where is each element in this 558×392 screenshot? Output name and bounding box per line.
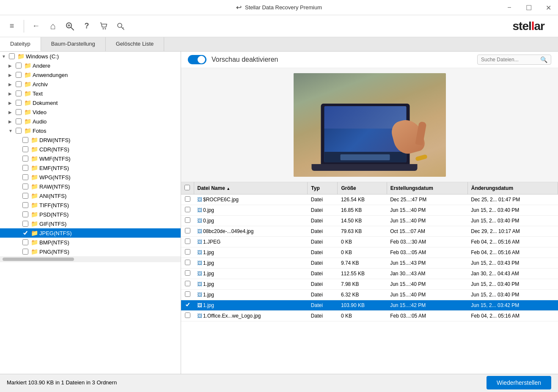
andere-checkbox[interactable] xyxy=(16,63,22,69)
tree-item-video[interactable]: ▶ 📁 Video xyxy=(0,107,181,117)
close-button[interactable]: ✕ xyxy=(539,0,558,15)
tree-item-gif[interactable]: ▶ 📁 GIF(NTFS) xyxy=(0,219,181,228)
scan-button[interactable] xyxy=(63,19,77,33)
cart-button[interactable] xyxy=(97,19,110,33)
wpg-checkbox[interactable] xyxy=(22,174,28,180)
tree-item-wpg[interactable]: ▶ 📁 WPG(NTFS) xyxy=(0,173,181,182)
archiv-checkbox[interactable] xyxy=(16,81,22,87)
ani-checkbox[interactable] xyxy=(22,193,28,199)
row-checkbox-cell[interactable] xyxy=(181,237,194,247)
raw-checkbox[interactable] xyxy=(22,184,28,189)
wmf-checkbox[interactable] xyxy=(22,156,28,162)
tree-item-archiv[interactable]: ▶ 📁 Archiv xyxy=(0,79,181,89)
row-checkbox[interactable] xyxy=(185,281,190,286)
restore-button[interactable]: Wiederherstellen xyxy=(487,376,551,389)
tree-item-jpeg[interactable]: ▶ 📁 JPEG(NTFS) xyxy=(0,228,181,238)
bmp-checkbox[interactable] xyxy=(22,239,28,245)
text-checkbox[interactable] xyxy=(16,90,22,96)
tiff-checkbox[interactable] xyxy=(22,202,28,208)
anwendungen-checkbox[interactable] xyxy=(16,72,22,78)
menu-icon[interactable]: ≡ xyxy=(5,19,19,33)
tree-root[interactable]: ▼ 📁 Windows (C:) xyxy=(0,52,181,61)
home-button[interactable]: ⌂ xyxy=(46,19,60,33)
tree-item-tiff[interactable]: ▶ 📁 TIFF(NTFS) xyxy=(0,200,181,210)
file-table-wrapper[interactable]: Datei Name ▲ Typ Größe Erstellungsdatum … xyxy=(181,182,558,374)
tree-item-wmf[interactable]: ▶ 📁 WMF(NTFS) xyxy=(0,154,181,163)
table-row[interactable]: 🖼1.Office.Ex...we_Logo.jpg Datei 0 KB Fe… xyxy=(181,311,558,321)
row-checkbox-cell[interactable] xyxy=(181,247,194,258)
search-input[interactable] xyxy=(481,57,540,63)
table-row[interactable]: 🖼1.jpg Datei 112.55 KB Jan 30...:43 AM J… xyxy=(181,269,558,279)
jpeg-checkbox[interactable] xyxy=(22,230,28,236)
row-checkbox[interactable] xyxy=(185,207,190,212)
preview-toggle[interactable] xyxy=(188,55,206,64)
key-button[interactable] xyxy=(114,19,127,33)
minimize-button[interactable]: − xyxy=(500,0,519,15)
maximize-button[interactable]: ☐ xyxy=(519,0,539,15)
table-row[interactable]: 🖼0.jpg Datei 16.85 KB Jun 15...:40 PM Ju… xyxy=(181,205,558,216)
emf-checkbox[interactable] xyxy=(22,165,28,171)
tree-item-dokument[interactable]: ▶ 📁 Dokument xyxy=(0,98,181,107)
table-row[interactable]: 🖼1.jpg Datei 9.74 KB Jun 15...:43 PM Jun… xyxy=(181,258,558,269)
row-checkbox[interactable] xyxy=(185,249,190,255)
back-button[interactable]: ← xyxy=(29,19,43,33)
png-checkbox[interactable] xyxy=(22,249,28,255)
th-modified[interactable]: Änderungsdatum xyxy=(467,182,558,195)
th-name[interactable]: Datei Name ▲ xyxy=(194,182,308,195)
table-row[interactable]: 🖼1.jpg Datei 7.98 KB Jun 15...:40 PM Jun… xyxy=(181,279,558,290)
row-checkbox[interactable] xyxy=(185,196,190,202)
tree-item-audio[interactable]: ▶ 📁 Audio xyxy=(0,117,181,126)
th-type[interactable]: Typ xyxy=(308,182,338,195)
row-checkbox-cell[interactable] xyxy=(181,195,194,205)
psd-checkbox[interactable] xyxy=(22,211,28,217)
root-checkbox[interactable] xyxy=(9,53,15,59)
audio-checkbox[interactable] xyxy=(16,118,22,124)
row-checkbox-cell[interactable] xyxy=(181,226,194,237)
sidebar-scrollbar[interactable] xyxy=(0,256,181,262)
fotos-checkbox[interactable] xyxy=(16,128,22,134)
table-row[interactable]: 🖼1.JPEG Datei 0 KB Feb 03...:30 AM Feb 0… xyxy=(181,237,558,247)
row-checkbox[interactable] xyxy=(185,238,190,244)
row-checkbox-cell[interactable] xyxy=(181,205,194,216)
drw-checkbox[interactable] xyxy=(22,137,28,143)
tree-item-andere[interactable]: ▶ 📁 Andere xyxy=(0,61,181,70)
cdr-checkbox[interactable] xyxy=(22,146,28,152)
table-row[interactable]: 🖼1.jpg Datei 103.90 KB Jun 15...:42 PM J… xyxy=(181,300,558,311)
th-created[interactable]: Erstellungsdatum xyxy=(387,182,467,195)
row-checkbox[interactable] xyxy=(185,313,190,318)
tab-geloescht[interactable]: Gelöschte Liste xyxy=(106,37,165,51)
table-row[interactable]: 🖼1.jpg Datei 0 KB Feb 03...:05 AM Feb 04… xyxy=(181,247,558,258)
table-row[interactable]: 🖼0.jpg Datei 14.50 KB Jun 15...:40 PM Ju… xyxy=(181,216,558,226)
tab-baum[interactable]: Baum-Darstellung xyxy=(41,37,106,51)
tree-item-png[interactable]: ▶ 📁 PNG(NTFS) xyxy=(0,247,181,256)
tree-item-anwendungen[interactable]: ▶ 📁 Anwendungen xyxy=(0,70,181,79)
row-checkbox[interactable] xyxy=(185,302,190,307)
tree-item-emf[interactable]: ▶ 📁 EMF(NTFS) xyxy=(0,163,181,173)
row-checkbox[interactable] xyxy=(185,228,190,233)
table-row[interactable]: 🖼$ROCPE6C.jpg Datei 126.54 KB Dec 25...:… xyxy=(181,195,558,205)
video-checkbox[interactable] xyxy=(16,109,22,115)
help-button[interactable]: ? xyxy=(80,19,93,33)
tree-item-bmp[interactable]: ▶ 📁 BMP(NTFS) xyxy=(0,238,181,247)
select-all-checkbox[interactable] xyxy=(184,185,190,190)
row-checkbox[interactable] xyxy=(185,217,190,223)
row-checkbox[interactable] xyxy=(185,260,190,265)
row-checkbox-cell[interactable] xyxy=(181,279,194,290)
row-checkbox-cell[interactable] xyxy=(181,290,194,300)
tab-dateityp[interactable]: Dateityp xyxy=(0,37,41,51)
table-row[interactable]: 🖼08bc20de-...049e4.jpg Datei 79.63 KB Oc… xyxy=(181,226,558,237)
table-row[interactable]: 🖼1.jpg Datei 6.32 KB Jun 15...:40 PM Jun… xyxy=(181,290,558,300)
row-checkbox-cell[interactable] xyxy=(181,216,194,226)
row-checkbox[interactable] xyxy=(185,270,190,276)
tree-item-fotos[interactable]: ▼ 📁 Fotos xyxy=(0,126,181,135)
tree-item-psd[interactable]: ▶ 📁 PSD(NTFS) xyxy=(0,210,181,219)
dokument-checkbox[interactable] xyxy=(16,100,22,106)
tree-item-raw[interactable]: ▶ 📁 RAW(NTFS) xyxy=(0,182,181,191)
th-checkbox[interactable] xyxy=(181,182,194,195)
tree-item-cdr[interactable]: ▶ 📁 CDR(NTFS) xyxy=(0,145,181,154)
gif-checkbox[interactable] xyxy=(22,221,28,227)
row-checkbox-cell[interactable] xyxy=(181,311,194,321)
tree-item-text[interactable]: ▶ 📁 Text xyxy=(0,89,181,98)
row-checkbox-cell[interactable] xyxy=(181,300,194,311)
th-size[interactable]: Größe xyxy=(338,182,387,195)
